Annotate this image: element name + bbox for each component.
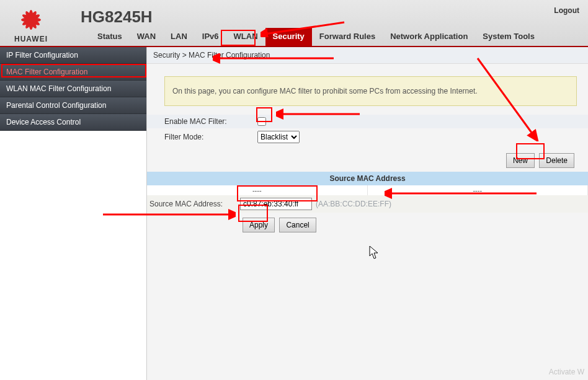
mac-hint: (AA:BB:CC:DD:EE:FF) — [316, 200, 391, 208]
nav-status[interactable]: Status — [90, 28, 130, 46]
huawei-logo-icon — [11, 6, 51, 33]
content: Security > MAC Filter Configuration On t… — [146, 47, 588, 380]
main-nav: Status WAN LAN IPv6 WLAN Security Forwar… — [90, 27, 542, 46]
sidebar-item-ip-filter[interactable]: IP Filter Configuration — [0, 47, 146, 64]
enable-mac-filter-checkbox[interactable] — [257, 117, 266, 126]
activate-windows-watermark: Activate W — [549, 368, 584, 376]
header: HUAWEI HG8245H Status WAN LAN IPv6 WLAN … — [0, 0, 588, 47]
sidebar-item-mac-filter[interactable]: MAC Filter Configuration — [0, 64, 146, 81]
apply-button[interactable]: Apply — [243, 218, 275, 232]
model-text: HG8245H — [81, 7, 153, 27]
table-sub-0: ---- — [147, 185, 368, 195]
enable-mac-filter-label: Enable MAC Filter: — [164, 117, 257, 126]
main: IP Filter Configuration MAC Filter Confi… — [0, 47, 588, 380]
new-button[interactable]: New — [506, 153, 535, 168]
row-enable-mac-filter: Enable MAC Filter: — [147, 115, 588, 128]
breadcrumb: Security > MAC Filter Configuration — [147, 47, 588, 64]
nav-ipv6[interactable]: IPv6 — [195, 28, 226, 46]
nav-network-application[interactable]: Network Application — [383, 28, 475, 46]
row-filter-mode: Filter Mode: Blacklist Whitelist — [147, 128, 588, 146]
filter-mode-select[interactable]: Blacklist Whitelist — [257, 131, 300, 143]
table-sub-1: ---- — [368, 185, 589, 195]
button-row-top: New Delete — [147, 146, 588, 172]
sidebar-item-device-access[interactable]: Device Access Control — [0, 114, 146, 131]
source-mac-input[interactable] — [240, 198, 312, 210]
nav-security[interactable]: Security — [265, 28, 312, 46]
logout-link[interactable]: Logout — [554, 6, 579, 15]
nav-wlan[interactable]: WLAN — [226, 28, 265, 46]
nav-lan[interactable]: LAN — [163, 28, 195, 46]
mac-table: Source MAC Address ---- ---- Source MAC … — [147, 172, 588, 213]
nav-system-tools[interactable]: System Tools — [475, 28, 542, 46]
table-subheader: ---- ---- — [147, 185, 588, 195]
nav-wan[interactable]: WAN — [130, 28, 163, 46]
filter-mode-label: Filter Mode: — [164, 133, 257, 141]
source-mac-label: Source MAC Address: — [149, 200, 236, 208]
cancel-button[interactable]: Cancel — [279, 218, 316, 232]
action-row: Apply Cancel — [147, 213, 588, 237]
nav-forward-rules[interactable]: Forward Rules — [312, 28, 383, 46]
sidebar-item-wlan-mac-filter[interactable]: WLAN MAC Filter Configuration — [0, 81, 146, 97]
svg-point-5 — [21, 17, 41, 22]
delete-button[interactable]: Delete — [539, 153, 574, 168]
logo-area: HUAWEI — [0, 2, 62, 46]
brand-text: HUAWEI — [14, 35, 48, 43]
sidebar: IP Filter Configuration MAC Filter Confi… — [0, 47, 146, 380]
table-header: Source MAC Address — [147, 172, 588, 185]
info-box: On this page, you can configure MAC filt… — [164, 76, 577, 106]
sidebar-item-parental-control[interactable]: Parental Control Configuration — [0, 97, 146, 114]
table-input-row: Source MAC Address: (AA:BB:CC:DD:EE:FF) — [147, 195, 588, 213]
